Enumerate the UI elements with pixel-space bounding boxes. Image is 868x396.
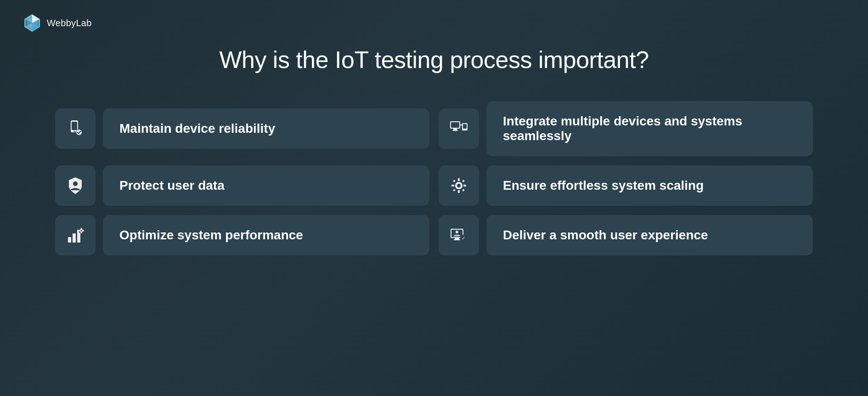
icon-box-shield-user (55, 165, 96, 206)
svg-rect-32 (68, 237, 71, 243)
svg-rect-45 (454, 239, 460, 240)
cards-grid: Maintain device reliability (55, 101, 813, 255)
svg-rect-31 (462, 189, 465, 192)
card-label-maintain-device-reliability: Maintain device reliability (103, 108, 429, 149)
svg-rect-33 (73, 233, 76, 243)
gear-settings-icon (449, 175, 469, 196)
svg-rect-25 (458, 190, 460, 193)
svg-rect-16 (452, 130, 458, 131)
svg-rect-27 (463, 185, 466, 187)
chart-settings-icon (65, 225, 85, 245)
svg-rect-29 (462, 180, 465, 182)
icon-box-chart-settings (55, 215, 96, 255)
card-label-integrate-devices: Integrate multiple devices and systems s… (486, 101, 813, 156)
icon-box-device-check (55, 108, 96, 149)
svg-point-22 (73, 181, 78, 186)
svg-rect-18 (463, 124, 467, 129)
card-deliver-experience: ✓ Deliver a smooth user experience (439, 215, 813, 255)
card-integrate-devices: Integrate multiple devices and systems s… (439, 101, 813, 156)
svg-rect-14 (451, 122, 459, 128)
svg-point-10 (74, 131, 75, 132)
svg-rect-39 (81, 232, 82, 233)
logo-text: WebbyLab (47, 18, 92, 28)
svg-point-23 (457, 184, 461, 187)
svg-rect-30 (453, 189, 456, 192)
webbylab-logo-icon (22, 13, 42, 33)
svg-rect-24 (458, 178, 460, 181)
logo: WebbyLab (22, 13, 92, 33)
svg-rect-41 (83, 230, 84, 232)
svg-rect-26 (451, 185, 454, 187)
card-label-deliver-experience: Deliver a smooth user experience (486, 215, 813, 255)
devices-connect-icon (449, 119, 469, 139)
svg-rect-15 (453, 129, 457, 130)
card-maintain-device-reliability: Maintain device reliability (55, 101, 429, 156)
card-ensure-scaling: Ensure effortless system scaling (439, 165, 813, 206)
svg-rect-44 (455, 238, 459, 239)
shield-user-icon (65, 175, 85, 196)
svg-rect-9 (72, 122, 77, 130)
card-label-ensure-scaling: Ensure effortless system scaling (486, 165, 813, 206)
svg-point-21 (461, 124, 462, 126)
card-optimize-performance: Optimize system performance (55, 215, 429, 255)
user-screen-icon: ✓ (449, 225, 469, 245)
svg-point-46 (456, 231, 458, 233)
card-label-protect-user-data: Protect user data (103, 165, 429, 206)
icon-box-gear-settings (439, 165, 479, 206)
main-content: Why is the IoT testing process important… (0, 46, 868, 396)
svg-rect-38 (81, 228, 82, 229)
svg-rect-28 (453, 180, 456, 182)
icon-box-devices-connect (439, 108, 479, 149)
icon-box-user-screen: ✓ (439, 215, 479, 255)
header: WebbyLab (0, 0, 868, 46)
svg-point-19 (464, 130, 465, 130)
card-label-optimize-performance: Optimize system performance (103, 215, 429, 255)
card-protect-user-data: Protect user data (55, 165, 429, 206)
svg-rect-40 (79, 230, 80, 232)
device-check-icon (65, 119, 85, 139)
svg-point-37 (81, 230, 82, 232)
page-title: Why is the IoT testing process important… (219, 46, 648, 74)
svg-text:✓: ✓ (462, 236, 465, 241)
